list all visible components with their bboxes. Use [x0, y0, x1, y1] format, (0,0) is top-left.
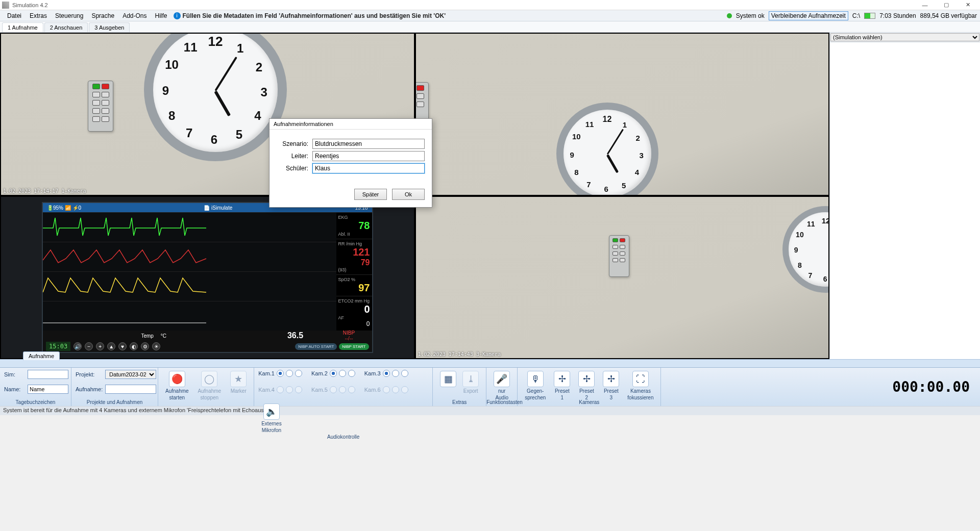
leiter-label: Leiter: — [277, 153, 308, 160]
szenario-input[interactable] — [312, 139, 425, 149]
dialog-title: Aufnahmeinformationen — [270, 119, 432, 130]
szenario-label: Szenario: — [277, 140, 308, 147]
dialog-later-button[interactable]: Später — [354, 189, 387, 200]
recording-info-dialog: Aufnahmeinformationen Szenario: Leiter: … — [269, 118, 432, 208]
leiter-input[interactable] — [312, 151, 425, 161]
dialog-overlay: Aufnahmeinformationen Szenario: Leiter: … — [0, 0, 980, 531]
schueler-label: Schüler: — [277, 165, 308, 172]
dialog-ok-button[interactable]: Ok — [392, 189, 425, 200]
schueler-input[interactable] — [312, 163, 425, 173]
